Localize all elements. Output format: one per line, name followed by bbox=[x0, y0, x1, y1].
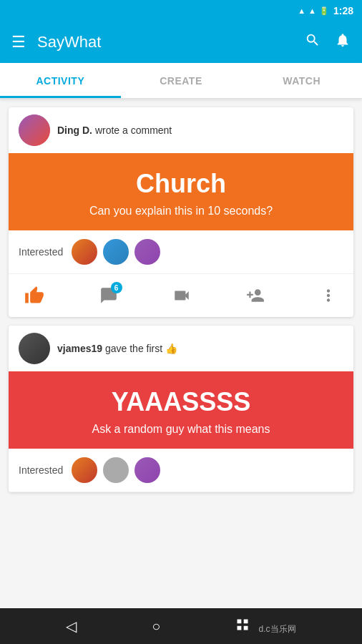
bell-icon[interactable] bbox=[335, 32, 351, 52]
card-header-text-2: vjames19 gave the first 👍 bbox=[57, 343, 177, 354]
battery-icon: 🔋 bbox=[319, 6, 329, 16]
tab-activity[interactable]: ACTIVITY bbox=[0, 63, 121, 98]
tab-create[interactable]: CREATE bbox=[121, 63, 242, 98]
action-bar-1: 6 bbox=[9, 274, 353, 317]
card-header-text-1: Ding D. wrote a comment bbox=[57, 125, 172, 136]
tab-watch[interactable]: WATCH bbox=[241, 63, 362, 98]
status-time: 1:28 bbox=[333, 5, 353, 16]
interested-label-1: Interested bbox=[19, 246, 63, 258]
interested-avatar-1 bbox=[72, 239, 97, 265]
app-bar-right bbox=[305, 32, 351, 52]
card-banner-church[interactable]: Church Can you explain this in 10 second… bbox=[9, 153, 353, 230]
search-icon[interactable] bbox=[305, 32, 321, 52]
content-area: Ding D. wrote a comment Church Can you e… bbox=[0, 99, 362, 608]
tab-bar: ACTIVITY CREATE WATCH bbox=[0, 63, 362, 99]
card-church: Ding D. wrote a comment Church Can you e… bbox=[9, 107, 353, 317]
app-title: SayWhat bbox=[37, 33, 101, 52]
interested-avatar-4 bbox=[72, 457, 97, 483]
like-button[interactable] bbox=[19, 280, 50, 311]
interested-row-1: Interested bbox=[9, 230, 353, 274]
status-icons: ▲ ▲ 🔋 bbox=[298, 6, 329, 16]
interested-label-2: Interested bbox=[19, 464, 63, 476]
video-button[interactable] bbox=[167, 280, 197, 311]
interested-avatar-5 bbox=[103, 457, 129, 483]
card-banner-yaaassss[interactable]: YAAASSSS Ask a random guy what this mean… bbox=[9, 371, 353, 449]
interested-avatar-6 bbox=[134, 457, 160, 483]
interested-row-2: Interested bbox=[9, 449, 353, 492]
app-bar: ☰ SayWhat bbox=[0, 21, 362, 63]
comment-button[interactable]: 6 bbox=[94, 280, 124, 311]
card-banner-title-1: Church bbox=[20, 169, 342, 199]
card-header-1: Ding D. wrote a comment bbox=[9, 107, 353, 153]
app-bar-left: ☰ SayWhat bbox=[11, 33, 101, 52]
card-banner-subtitle-1: Can you explain this in 10 seconds? bbox=[20, 205, 342, 218]
card-banner-subtitle-2: Ask a random guy what this means bbox=[20, 423, 342, 436]
comment-badge: 6 bbox=[111, 282, 122, 293]
back-button[interactable]: ◁ bbox=[66, 618, 77, 635]
add-friend-button[interactable] bbox=[240, 280, 270, 311]
home-button[interactable]: ○ bbox=[152, 618, 160, 635]
interested-avatar-2 bbox=[103, 239, 129, 265]
avatar-vjames bbox=[19, 333, 50, 364]
bottom-nav: ◁ ○ d.c当乐网 bbox=[0, 608, 362, 644]
card-yaaassss: vjames19 gave the first 👍 YAAASSSS Ask a… bbox=[9, 326, 353, 492]
wifi-icon: ▲ bbox=[308, 6, 316, 15]
interested-avatar-3 bbox=[134, 239, 160, 265]
card-header-2: vjames19 gave the first 👍 bbox=[9, 326, 353, 371]
avatar-ding bbox=[19, 114, 50, 146]
status-bar: ▲ ▲ 🔋 1:28 bbox=[0, 0, 362, 21]
hamburger-icon[interactable]: ☰ bbox=[11, 33, 26, 52]
card-banner-title-2: YAAASSSS bbox=[20, 387, 342, 417]
apps-button[interactable]: d.c当乐网 bbox=[235, 618, 295, 635]
signal-icon: ▲ bbox=[298, 6, 305, 15]
more-button[interactable] bbox=[313, 280, 343, 311]
